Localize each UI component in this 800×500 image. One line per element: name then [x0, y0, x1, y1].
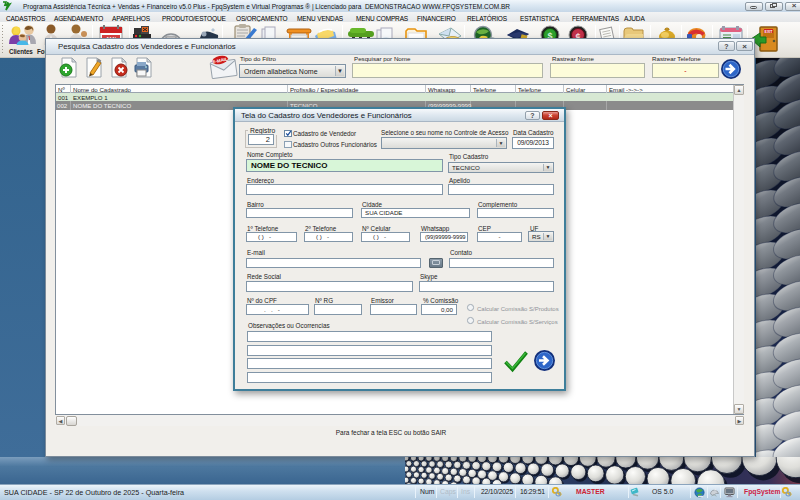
svg-text:EXIT: EXIT [765, 30, 774, 34]
